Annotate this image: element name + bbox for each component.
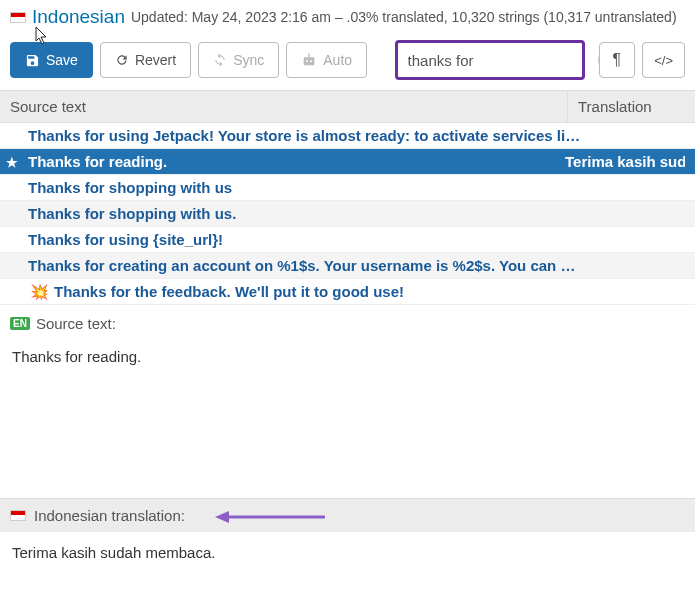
sync-button[interactable]: Sync — [198, 42, 279, 78]
flag-icon — [10, 12, 26, 23]
svg-point-2 — [310, 60, 312, 62]
search-input[interactable] — [408, 52, 598, 69]
robot-icon — [301, 53, 317, 67]
source-text-box[interactable]: Thanks for reading. — [0, 338, 695, 498]
pilcrow-icon: ¶ — [613, 51, 622, 69]
col-translation: Translation — [567, 91, 695, 122]
table-row[interactable]: ★Thanks for reading.Terima kasih sudah m — [0, 149, 695, 175]
row-text: Thanks for using {site_url}! — [28, 231, 685, 248]
table-row[interactable]: Thanks for using Jetpack! Your store is … — [0, 123, 695, 149]
pilcrow-button[interactable]: ¶ — [599, 42, 636, 78]
row-text: Thanks for using Jetpack! Your store is … — [28, 127, 685, 144]
table-row[interactable]: Thanks for creating an account on %1$s. … — [0, 253, 695, 279]
svg-point-1 — [306, 60, 308, 62]
spark-icon: 💥 — [30, 283, 49, 301]
row-text: Thanks for shopping with us — [28, 179, 685, 196]
save-button[interactable]: Save — [10, 42, 93, 78]
table-row[interactable]: Thanks for shopping with us. — [0, 201, 695, 227]
table-row[interactable]: Thanks for using {site_url}! — [0, 227, 695, 253]
row-text: Thanks for the feedback. We'll put it to… — [28, 283, 685, 300]
code-icon: </> — [654, 53, 673, 68]
row-text: Thanks for creating an account on %1$s. … — [28, 257, 685, 274]
code-button[interactable]: </> — [642, 42, 685, 78]
auto-button[interactable]: Auto — [286, 42, 367, 78]
row-text: Thanks for shopping with us. — [28, 205, 685, 222]
table-row[interactable]: 💥Thanks for the feedback. We'll put it t… — [0, 279, 695, 305]
target-section-label: Indonesian translation: — [0, 498, 695, 532]
header-meta: Updated: May 24, 2023 2:16 am – .03% tra… — [131, 9, 677, 25]
col-source: Source text — [0, 91, 567, 122]
flag-icon — [10, 510, 26, 521]
svg-rect-0 — [304, 57, 315, 65]
row-translation: Terima kasih sudah m — [565, 153, 685, 170]
arrow-annotation — [215, 509, 325, 525]
svg-rect-3 — [309, 53, 310, 57]
source-section-label: EN Source text: — [0, 305, 695, 338]
table-header: Source text Translation — [0, 90, 695, 123]
revert-button[interactable]: Revert — [100, 42, 191, 78]
row-text: Thanks for reading. — [28, 153, 565, 170]
en-badge: EN — [10, 317, 30, 330]
revert-icon — [115, 53, 129, 67]
sync-icon — [213, 53, 227, 67]
translation-box[interactable]: Terima kasih sudah membaca. — [0, 532, 695, 573]
table-row[interactable]: Thanks for shopping with us — [0, 175, 695, 201]
save-icon — [25, 53, 40, 68]
svg-marker-5 — [215, 511, 229, 523]
language-title[interactable]: Indonesian — [32, 6, 125, 28]
star-icon: ★ — [6, 154, 18, 169]
search-field-wrap: ✕ — [395, 40, 585, 80]
